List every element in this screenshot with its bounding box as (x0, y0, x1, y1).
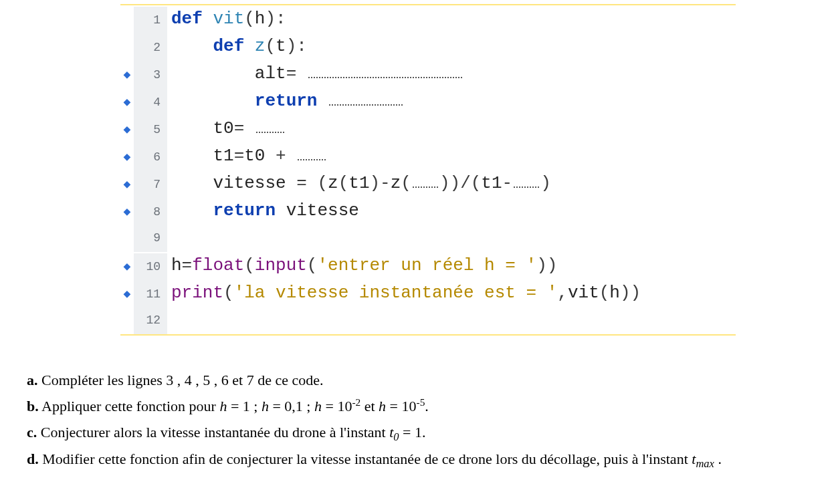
line-number: 2 (134, 34, 167, 61)
fill-in-blank (329, 95, 403, 106)
code-content: def vit(h): (167, 5, 286, 33)
code-content: print('la vitesse instantanée est = ',vi… (167, 279, 641, 307)
line-number: 5 (134, 116, 167, 144)
line-number: 8 (134, 199, 167, 226)
code-line: ◆3 alt= (120, 60, 736, 88)
code-line: ◆7 vitesse = (z(t1)-z())/(t1-) (120, 170, 736, 197)
code-content: vitesse = (z(t1)-z())/(t1-) (167, 170, 551, 197)
code-content: alt= (167, 60, 463, 88)
line-number: 1 (134, 7, 167, 34)
code-line: ◆8 return vitesse (120, 197, 736, 225)
line-number: 10 (134, 253, 167, 281)
code-line: 9 (120, 225, 736, 252)
fill-in-blank (514, 177, 539, 188)
code-line: 1def vit(h): (120, 5, 736, 33)
line-number: 11 (134, 281, 167, 308)
code-editor: 1def vit(h):2 def z(t):◆3 alt= ◆4 return… (120, 4, 736, 336)
question-c-label: c. (27, 424, 37, 440)
question-d-label: d. (27, 451, 39, 467)
exercise-questions: a. Compléter les lignes 3 , 4 , 5 , 6 et… (27, 369, 810, 473)
line-number: 6 (134, 144, 167, 171)
question-b-label: b. (27, 398, 39, 414)
breakpoint-marker-icon: ◆ (120, 61, 134, 89)
line-number: 9 (134, 225, 167, 252)
question-c: c. Conjecturer alors la vitesse instanta… (27, 421, 810, 446)
breakpoint-marker-icon: ◆ (120, 144, 134, 171)
question-a: a. Compléter les lignes 3 , 4 , 5 , 6 et… (27, 369, 810, 392)
code-line: 2 def z(t): (120, 33, 736, 60)
code-content: t1=t0 + (167, 142, 327, 170)
line-number: 4 (134, 89, 167, 116)
code-content: return (167, 88, 404, 115)
fill-in-blank (413, 177, 438, 188)
code-content: return vitesse (167, 197, 359, 225)
fill-in-blank (308, 68, 462, 78)
fill-in-blank (256, 122, 284, 133)
question-a-label: a. (27, 372, 38, 388)
code-content: t0= (167, 115, 286, 142)
line-number: 7 (134, 171, 167, 199)
code-line: ◆10h=float(input('entrer un réel h = ')) (120, 252, 736, 279)
question-b: b. Appliquer cette fonction pour h = 1 ;… (27, 394, 810, 418)
fill-in-blank (298, 150, 326, 160)
code-line: ◆6 t1=t0 + (120, 142, 736, 170)
code-line: ◆11print('la vitesse instantanée est = '… (120, 279, 736, 307)
breakpoint-marker-icon: ◆ (120, 199, 134, 226)
code-line: ◆4 return (120, 88, 736, 115)
code-line: ◆5 t0= (120, 115, 736, 142)
question-a-text: Compléter les lignes 3 , 4 , 5 , 6 et 7 … (38, 372, 324, 388)
breakpoint-marker-icon: ◆ (120, 253, 134, 281)
line-number: 3 (134, 61, 167, 89)
breakpoint-marker-icon: ◆ (120, 116, 134, 144)
line-number: 12 (134, 307, 167, 334)
question-d: d. Modifier cette fonction afin de conje… (27, 448, 810, 473)
breakpoint-marker-icon: ◆ (120, 281, 134, 308)
code-line: 12 (120, 307, 736, 334)
breakpoint-marker-icon: ◆ (120, 171, 134, 199)
breakpoint-marker-icon: ◆ (120, 89, 134, 116)
code-content: def z(t): (167, 33, 307, 60)
code-content: h=float(input('entrer un réel h = ')) (167, 252, 557, 279)
